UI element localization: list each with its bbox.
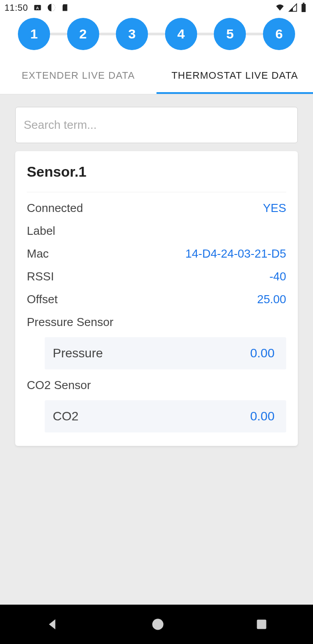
value-connected: YES — [263, 201, 286, 215]
sensor-title: Sensor.1 — [27, 164, 286, 192]
tab-extender-live-data[interactable]: EXTENDER LIVE DATA — [0, 59, 156, 94]
status-left: 11:50 A — [4, 3, 69, 13]
wifi-icon — [275, 3, 285, 12]
status-time: 11:50 — [4, 3, 28, 13]
signal-icon — [288, 3, 298, 12]
search-input[interactable] — [15, 107, 298, 143]
svg-text:A: A — [36, 6, 39, 10]
value-pressure: 0.00 — [250, 346, 275, 360]
row-label: Label — [27, 224, 286, 238]
tab-thermostat-live-data[interactable]: THERMOSTAT LIVE DATA — [156, 59, 313, 94]
step-line — [148, 33, 165, 35]
keyboard-icon: A — [34, 4, 42, 12]
android-nav-bar — [0, 605, 313, 644]
svg-rect-6 — [257, 620, 266, 629]
back-icon[interactable] — [45, 617, 60, 632]
step-5[interactable]: 5 — [214, 18, 246, 50]
svg-rect-3 — [301, 4, 305, 12]
row-pressure: Pressure 0.00 — [45, 337, 286, 369]
label-label: Label — [27, 224, 55, 238]
label-rssi: RSSI — [27, 270, 54, 284]
step-6[interactable]: 6 — [263, 18, 295, 50]
label-mac: Mac — [27, 247, 49, 261]
step-4[interactable]: 4 — [165, 18, 197, 50]
status-right — [275, 3, 307, 13]
svg-rect-4 — [303, 3, 305, 4]
value-co2: 0.00 — [250, 409, 275, 424]
step-line — [99, 33, 116, 35]
step-line — [197, 33, 214, 35]
value-rssi: -40 — [269, 270, 286, 284]
sd-card-icon — [61, 3, 69, 12]
home-icon[interactable] — [151, 618, 165, 631]
step-1[interactable]: 1 — [18, 18, 50, 50]
row-co2: CO2 0.00 — [45, 400, 286, 432]
section-co2-sensor: CO2 Sensor — [27, 378, 286, 392]
label-pressure: Pressure — [53, 346, 103, 360]
row-mac: Mac 14-D4-24-03-21-D5 — [27, 247, 286, 261]
label-offset: Offset — [27, 292, 58, 306]
row-connected: Connected YES — [27, 201, 286, 215]
value-mac: 14-D4-24-03-21-D5 — [186, 247, 286, 261]
status-bar: 11:50 A — [0, 0, 313, 15]
step-line — [246, 33, 263, 35]
recent-icon[interactable] — [255, 618, 268, 631]
row-offset: Offset 25.00 — [27, 292, 286, 306]
label-co2: CO2 — [53, 409, 79, 424]
section-pressure-sensor: Pressure Sensor — [27, 315, 286, 329]
step-3[interactable]: 3 — [116, 18, 148, 50]
step-line — [50, 33, 67, 35]
svg-point-5 — [152, 619, 163, 630]
stepper: 1 2 3 4 5 6 — [0, 15, 313, 59]
label-connected: Connected — [27, 201, 83, 215]
content-area: Sensor.1 Connected YES Label Mac 14-D4-2… — [0, 94, 313, 605]
battery-icon — [300, 3, 307, 13]
tabs: EXTENDER LIVE DATA THERMOSTAT LIVE DATA — [0, 59, 313, 94]
step-2[interactable]: 2 — [67, 18, 99, 50]
row-rssi: RSSI -40 — [27, 270, 286, 284]
value-offset: 25.00 — [257, 292, 286, 306]
sensor-card: Sensor.1 Connected YES Label Mac 14-D4-2… — [15, 151, 298, 446]
circle-icon — [47, 3, 56, 12]
